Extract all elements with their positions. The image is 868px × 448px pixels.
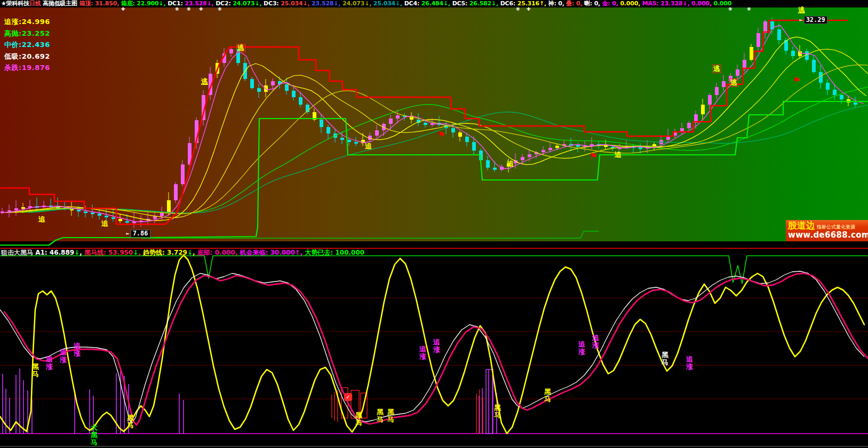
escape-marker: 逃 <box>798 6 805 14</box>
chase-up-label: 追涨 <box>592 334 599 349</box>
chase-marker: 追 <box>365 143 372 150</box>
price-tag-value: 7.86 <box>131 230 150 238</box>
statusbar-field: 0.000 <box>713 0 731 7</box>
signal-cross-icon: ❋ <box>516 7 520 12</box>
chase-up-label: 追涨 <box>578 341 585 356</box>
chase-up-label: 追涨 <box>74 342 81 357</box>
sub-indicator-header: 狙击大黑马 A1: 46.889↓, 黑马线: 53.950↓, 趋势线: 3.… <box>1 249 364 256</box>
statusbar-field: 金: 0, <box>602 0 620 7</box>
statusbar-field: 23.528↓, <box>185 0 216 7</box>
statusbar-field: 0.000, <box>620 0 642 7</box>
indicator-value-field: , <box>138 249 143 256</box>
statusbar-field: 24.073↓, <box>343 0 373 7</box>
escape-marker: 逃 <box>236 44 245 52</box>
chase-marker: 追 <box>507 160 514 168</box>
dark-horse-label: 黑马 <box>662 351 668 366</box>
statusbar-field: 26.582↓, <box>469 0 500 7</box>
chase-marker: 追 <box>38 216 45 223</box>
chase-up-label: 追涨 <box>60 349 67 364</box>
statusbar-field: 箱底: 22.900↓, <box>121 0 168 7</box>
price-tag: ←7.86 <box>126 230 150 238</box>
watermark-url: www.de6688.com <box>788 231 868 240</box>
flag-icon: ⚑ <box>590 152 597 161</box>
signal-cross-icon: ❋ <box>175 7 179 12</box>
indicator-value-field: ↓ <box>74 249 79 256</box>
dark-horse-label: 黑马 <box>387 408 394 423</box>
signal-cross-icon: ✚ <box>121 7 125 12</box>
indicator-value-field: ↓ <box>133 249 138 256</box>
trading-terminal: { "top_bar": {"segments": [ {"t":"★荣科科技"… <box>0 0 868 448</box>
statusbar-field: 25.034↓, <box>373 0 404 7</box>
dark-horse-label: 黑马 <box>355 412 362 427</box>
chase-marker: 追 <box>101 220 108 227</box>
statusbar-field: 26.484↓, <box>421 0 452 7</box>
indicator-value-field: , <box>193 249 197 256</box>
statusbar-field: ★荣科科技 <box>1 0 29 7</box>
signal-cross-icon: ❋ <box>187 7 191 12</box>
indicator-value-field: A1: 46.889 <box>35 249 74 256</box>
watermark: 股道边 指标公式量化资源 www.de6688.com <box>786 220 868 241</box>
dark-horse-label: 大黑马 <box>91 424 98 446</box>
escape-marker: 逃 <box>729 78 738 87</box>
dark-horse-label: 黑马 <box>377 408 384 423</box>
statusbar-field: MA5: 23.328↓, <box>642 0 691 7</box>
statusbar-field: 25.034↓, <box>281 0 312 7</box>
level-label: 追涨:24.996 <box>4 16 50 28</box>
flag-icon: ⚑ <box>793 76 800 85</box>
statusbar-field: 0.000, <box>691 0 713 7</box>
check-badge-icon: ✓ <box>344 393 352 401</box>
price-tag-value: 32.29 <box>804 16 827 24</box>
status-bar: ★荣科科技日线 高抛低吸主图 箱顶: 31.850, 箱底: 22.900↓, … <box>1 0 868 7</box>
price-tag: ←32.29 <box>799 16 827 24</box>
signal-cross-icon: ✚ <box>527 7 531 12</box>
level-label: 高抛:23.252 <box>4 28 50 40</box>
statusbar-field: DC3: <box>264 0 281 7</box>
flag-icon: ⚑ <box>437 131 445 139</box>
indicator-value-field: , <box>79 249 84 256</box>
statusbar-field: 喇: 0, <box>584 0 602 7</box>
level-label: 杀跌:19.876 <box>4 62 50 74</box>
indicator-value-field: 机会来临: 30.000↑, <box>240 249 305 256</box>
indicator-value-field: 黑马线: 53.950 <box>84 249 133 256</box>
price-tag-arrow-icon: ← <box>799 17 803 23</box>
escape-marker: 逃 <box>201 78 208 85</box>
indicator-line-大势已去 <box>0 256 867 284</box>
indicator-level-labels: 追涨:24.996高抛:23.252中价:22.436低吸:20.692杀跌:1… <box>4 16 50 74</box>
escape-marker: 逃 <box>712 65 721 73</box>
statusbar-field: DC6: <box>500 0 517 7</box>
statusbar-field: DC1: <box>168 0 185 7</box>
indicator-value-field: 大势已去: 100.000 <box>305 249 365 256</box>
statusbar-field: 叠: 0, <box>566 0 584 7</box>
indicator-line-趋势线 <box>0 255 864 434</box>
signal-cross-icon: ❋ <box>728 7 732 12</box>
main-chart-background[interactable] <box>0 7 868 241</box>
statusbar-field: DC4: <box>404 0 421 7</box>
statusbar-field: 高抛低吸主图 <box>43 0 79 7</box>
dark-horse-label: 黑马 <box>127 414 134 429</box>
chase-up-label: 追涨 <box>419 345 426 360</box>
statusbar-field: 箱顶: 31.850, <box>79 0 121 7</box>
dark-horse-label: 黑马 <box>544 388 551 403</box>
red-signal-rect <box>341 388 348 418</box>
purple-bar-outline <box>486 370 493 434</box>
dark-horse-label: 黑马 <box>32 363 39 378</box>
statusbar-field: 日线 <box>29 0 43 7</box>
chase-up-label: 追涨 <box>686 356 693 371</box>
watermark-brand: 股道边 <box>788 221 815 230</box>
chase-up-label: 追涨 <box>433 339 440 353</box>
indicator-value-field: ↓ <box>187 249 193 256</box>
statusbar-field: DC5: <box>452 0 469 7</box>
statusbar-field: 神: 0, <box>548 0 567 7</box>
signal-cross-icon: ❋ <box>218 7 222 12</box>
dark-horse-label: 黑马 <box>494 404 501 419</box>
chase-up-label: 追涨 <box>46 356 53 371</box>
indicator-value-field: 底部: 0.000, <box>197 249 240 256</box>
price-tag-arrow-icon: ← <box>126 230 130 237</box>
indicator-line-A1 <box>0 271 864 423</box>
signal-cross-icon: ❋ <box>747 7 751 12</box>
statusbar-field: 23.528↓, <box>312 0 343 7</box>
statusbar-field: 24.073↓, <box>233 0 264 7</box>
indicator-value-field: 狙击大黑马 <box>1 249 35 256</box>
level-label: 中价:22.436 <box>4 39 50 51</box>
level-label: 低吸:20.692 <box>4 51 50 62</box>
